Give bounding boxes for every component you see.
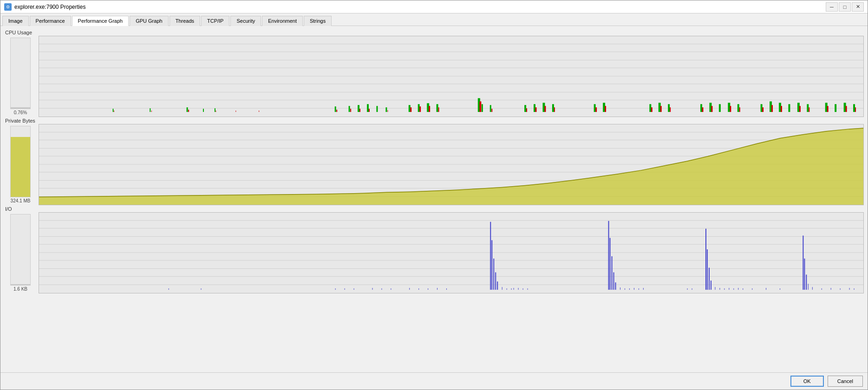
io-chart-svg — [39, 213, 863, 293]
io-section: I/O 1.6 KB — [4, 206, 864, 293]
cpu-label: CPU Usage — [4, 30, 864, 35]
tab-image[interactable]: Image — [2, 16, 29, 26]
io-chart — [39, 212, 864, 293]
cpu-sidebar: 0.76% — [4, 36, 37, 117]
memory-value: 324.1 MB — [11, 198, 31, 203]
window-controls: ─ □ ✕ — [826, 2, 864, 12]
svg-marker-98 — [39, 128, 863, 205]
tab-threads[interactable]: Threads — [170, 16, 200, 26]
cpu-value: 0.76% — [14, 110, 27, 115]
cpu-sidebar-bar — [10, 38, 31, 109]
cpu-section: CPU Usage 0.76% — [4, 30, 864, 117]
title-bar-left: ⚙ explorer.exe:7900 Properties — [4, 3, 85, 11]
footer: OK Cancel — [0, 372, 868, 390]
cpu-row: 0.76% — [4, 36, 864, 117]
io-row: 1.6 KB — [4, 212, 864, 293]
memory-row: 324.1 MB — [4, 124, 864, 205]
content-area: CPU Usage 0.76% — [0, 26, 868, 372]
title-bar: ⚙ explorer.exe:7900 Properties ─ □ ✕ — [0, 0, 868, 13]
tab-tcp-ip[interactable]: TCP/IP — [201, 16, 229, 26]
io-sidebar-fill — [11, 284, 30, 285]
ok-button[interactable]: OK — [790, 376, 824, 387]
cpu-chart-svg — [39, 36, 863, 117]
memory-chart-svg — [39, 124, 863, 205]
io-label: I/O — [4, 206, 864, 212]
cpu-sidebar-fill — [11, 107, 30, 109]
main-window: ⚙ explorer.exe:7900 Properties ─ □ ✕ Ima… — [0, 0, 868, 390]
tab-strings[interactable]: Strings — [304, 16, 332, 26]
app-icon: ⚙ — [4, 3, 12, 11]
io-sidebar: 1.6 KB — [4, 212, 37, 293]
cpu-chart — [39, 36, 864, 117]
memory-sidebar: 324.1 MB — [4, 124, 37, 205]
memory-chart — [39, 124, 864, 205]
tab-performance-graph[interactable]: Performance Graph — [72, 16, 129, 26]
memory-sidebar-fill — [11, 137, 30, 197]
io-sidebar-bar — [10, 214, 31, 286]
maximize-button[interactable]: □ — [839, 2, 851, 12]
memory-label: Private Bytes — [4, 118, 864, 124]
minimize-button[interactable]: ─ — [826, 2, 838, 12]
memory-sidebar-bar — [10, 126, 31, 197]
cancel-button[interactable]: Cancel — [828, 376, 863, 387]
tab-environment[interactable]: Environment — [262, 16, 303, 26]
close-button[interactable]: ✕ — [852, 2, 864, 12]
tab-performance[interactable]: Performance — [30, 16, 71, 26]
window-title: explorer.exe:7900 Properties — [14, 4, 85, 10]
tab-gpu-graph[interactable]: GPU Graph — [130, 16, 168, 26]
io-value: 1.6 KB — [13, 286, 27, 292]
tab-security[interactable]: Security — [230, 16, 261, 26]
memory-section: Private Bytes 324.1 MB — [4, 118, 864, 205]
tab-bar: Image Performance Performance Graph GPU … — [0, 13, 868, 26]
